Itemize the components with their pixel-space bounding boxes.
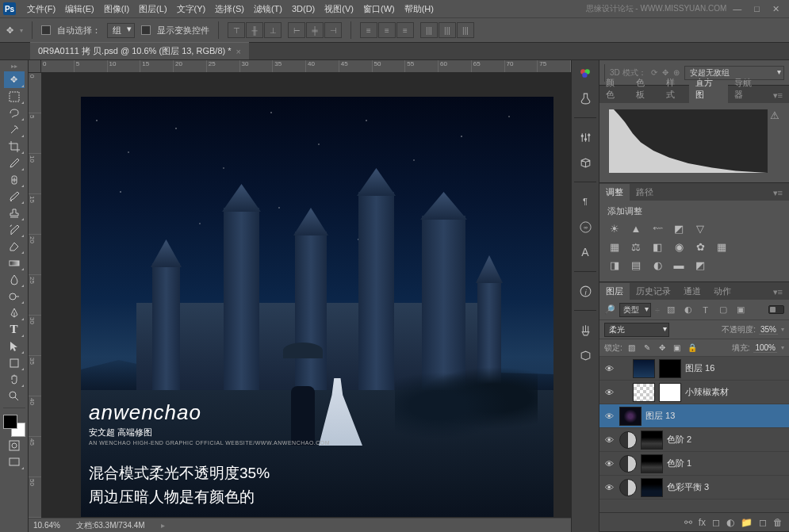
fill-value[interactable]: 100% (753, 343, 777, 353)
layer-mask[interactable] (659, 359, 681, 378)
bw-icon[interactable]: ◧ (650, 240, 665, 253)
dock-info-icon[interactable]: i (576, 281, 595, 300)
adjustment-icon[interactable] (619, 455, 637, 473)
document-tab[interactable]: 0R9A0111 拷 贝.psd @ 10.6% (图层 13, RGB/8) … (30, 42, 249, 59)
dock-cc-icon[interactable]: ∞ (576, 217, 595, 236)
visibility-icon[interactable]: 👁 (603, 435, 615, 445)
menu-3d[interactable]: 3D(D) (287, 2, 320, 15)
layer-row[interactable]: 👁 色彩平衡 3 (599, 476, 789, 499)
panel-menu-icon[interactable]: ▾≡ (767, 285, 789, 300)
layer-mask[interactable] (659, 383, 681, 402)
tab-swatches[interactable]: 色板 (630, 75, 660, 103)
dock-adjustments-icon[interactable] (576, 128, 595, 147)
dock-color-icon[interactable] (576, 63, 595, 82)
brush-tool[interactable] (4, 188, 25, 205)
quickmask-tool[interactable] (4, 437, 25, 454)
posterize-icon[interactable]: ▤ (629, 258, 643, 271)
curves-icon[interactable]: ⬳ (650, 222, 665, 235)
visibility-icon[interactable]: 👁 (603, 364, 615, 373)
layer-thumb[interactable] (619, 407, 642, 426)
menu-layer[interactable]: 图层(L) (134, 2, 171, 17)
layer-name[interactable]: 色彩平衡 3 (667, 481, 709, 493)
menu-file[interactable]: 文件(F) (22, 2, 60, 17)
layer-row-selected[interactable]: 👁 图层 13 (599, 404, 789, 428)
opacity-value[interactable]: 35% (759, 325, 778, 335)
layer-row[interactable]: 👁 小辣椒素材 (599, 381, 789, 404)
marquee-tool[interactable] (4, 88, 25, 105)
balance-icon[interactable]: ⚖ (629, 240, 643, 253)
trash-icon[interactable]: 🗑 (773, 517, 783, 528)
lock-pixels-icon[interactable]: ▧ (626, 343, 638, 352)
brightness-icon[interactable]: ☀ (607, 222, 622, 235)
invert-icon[interactable]: ◨ (607, 258, 622, 271)
layer-mask[interactable] (641, 478, 663, 497)
exposure-icon[interactable]: ◩ (672, 222, 686, 235)
type-tool[interactable]: T (4, 321, 25, 338)
stamp-tool[interactable] (4, 205, 25, 221)
transform-checkbox[interactable] (141, 25, 151, 35)
new-layer-icon[interactable]: ◻ (759, 517, 767, 528)
layer-row[interactable]: 👁 色阶 1 (599, 452, 789, 476)
dist-4-icon[interactable]: ||| (420, 22, 438, 38)
panel-menu-icon[interactable]: ▾≡ (767, 88, 789, 103)
align-bottom-icon[interactable]: ⊥ (264, 22, 282, 38)
menu-edit[interactable]: 编辑(E) (60, 2, 99, 17)
heal-tool[interactable] (4, 171, 25, 188)
visibility-icon[interactable]: 👁 (603, 388, 615, 397)
dock-swatches-icon[interactable] (576, 89, 595, 108)
layer-name[interactable]: 小辣椒素材 (685, 386, 729, 398)
layer-mask[interactable] (641, 431, 663, 450)
dist-1-icon[interactable]: ≡ (360, 22, 377, 38)
menu-window[interactable]: 窗口(W) (358, 2, 400, 17)
blend-mode-dropdown[interactable]: 柔光 (604, 323, 669, 337)
tab-actions[interactable]: 动作 (707, 283, 737, 300)
tab-channels[interactable]: 通道 (677, 283, 707, 300)
layer-name[interactable]: 色阶 2 (667, 434, 691, 446)
filter-smart-icon[interactable]: ▣ (733, 304, 747, 316)
wand-tool[interactable] (4, 121, 25, 138)
dock-paragraph-icon[interactable]: ¶ (576, 192, 595, 211)
eraser-tool[interactable] (4, 238, 25, 255)
menu-select[interactable]: 选择(S) (210, 2, 249, 17)
maximize-button[interactable]: □ (748, 2, 766, 15)
tab-color[interactable]: 颜色 (599, 75, 630, 103)
dock-character-icon[interactable]: A (576, 243, 595, 262)
channelmixer-icon[interactable]: ✿ (693, 240, 707, 253)
visibility-icon[interactable]: 👁 (603, 411, 615, 421)
filter-pixel-icon[interactable]: ▧ (664, 304, 677, 316)
filter-search-icon[interactable]: 🔎 (604, 304, 615, 315)
blur-tool[interactable] (4, 271, 25, 288)
panel-menu-icon[interactable]: ▾≡ (767, 186, 789, 201)
shape-tool[interactable] (4, 354, 25, 371)
layer-thumb[interactable] (633, 359, 655, 378)
menu-image[interactable]: 图像(I) (99, 2, 134, 17)
zoom-value[interactable]: 10.64% (33, 521, 60, 530)
toolbox-expand[interactable] (2, 62, 27, 70)
gradientmap-icon[interactable]: ▬ (672, 258, 686, 271)
align-top-icon[interactable]: ⊤ (228, 22, 245, 38)
tab-paths[interactable]: 路径 (630, 184, 660, 201)
link-layers-icon[interactable]: ⚯ (684, 517, 692, 528)
hand-tool[interactable] (4, 371, 25, 388)
tab-close-icon[interactable]: × (236, 47, 241, 56)
visibility-icon[interactable]: 👁 (603, 483, 615, 492)
dist-3-icon[interactable]: ≡ (396, 22, 414, 38)
hue-icon[interactable]: ▦ (607, 240, 622, 253)
layer-row[interactable]: 👁 色阶 2 (599, 428, 789, 452)
pen-tool[interactable] (4, 304, 25, 321)
mask-icon[interactable]: ◻ (712, 517, 720, 528)
histogram-warning-icon[interactable]: ⚠ (770, 109, 779, 121)
adjustment-icon[interactable] (619, 479, 637, 496)
group-icon[interactable]: 📁 (741, 517, 753, 528)
layer-mask[interactable] (641, 454, 663, 473)
layer-name[interactable]: 图层 13 (645, 410, 675, 422)
layer-thumb[interactable] (633, 383, 655, 402)
gradient-tool[interactable] (4, 255, 25, 271)
dock-3d-icon[interactable] (576, 346, 595, 365)
filter-shape-icon[interactable]: ▢ (716, 304, 730, 316)
threshold-icon[interactable]: ◐ (650, 258, 665, 271)
lasso-tool[interactable] (4, 105, 25, 121)
colorlookup-icon[interactable]: ▦ (714, 240, 729, 253)
dist-5-icon[interactable]: ||| (439, 22, 456, 38)
levels-icon[interactable]: ▲ (629, 222, 643, 235)
